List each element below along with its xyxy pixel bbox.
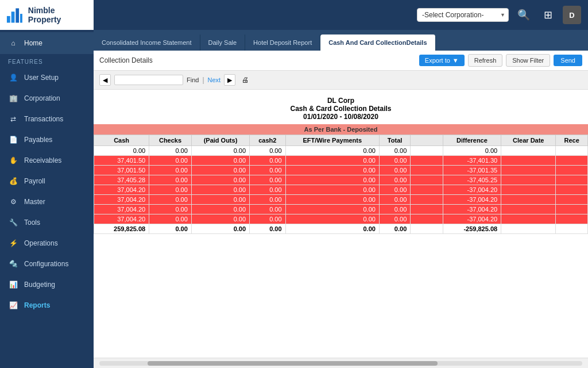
nav-label-payables: Payables xyxy=(24,136,52,144)
table-cell: 0.00 xyxy=(149,146,192,156)
table-cell xyxy=(556,195,588,205)
table-row: 37,405.280.000.000.000.000.00-37,405.25 xyxy=(94,175,588,185)
table-cell: 0.00 xyxy=(149,166,192,175)
table-cell xyxy=(411,156,443,166)
table-cell: 0.00 xyxy=(285,166,379,175)
nav-prev-button[interactable]: ◀ xyxy=(99,74,111,86)
payables-icon: 📄 xyxy=(8,135,18,145)
sidebar-item-tools[interactable]: 🔧 Tools xyxy=(0,212,94,233)
sidebar-item-receivables[interactable]: ✋ Receivables xyxy=(0,150,94,171)
sidebar-item-master[interactable]: ⚙ Master xyxy=(0,191,94,212)
corp-select-wrapper[interactable]: -Select Corporation- xyxy=(417,8,509,22)
table-cell: 0.00 xyxy=(379,146,410,156)
total-cell xyxy=(411,224,443,234)
nav-next-icon-button[interactable]: ▶ xyxy=(224,74,235,86)
table-cell xyxy=(501,175,556,185)
total-cell xyxy=(501,224,556,234)
refresh-button[interactable]: Refresh xyxy=(468,54,503,67)
sidebar-item-user-setup[interactable]: 👤 User Setup xyxy=(0,67,94,88)
table-cell: 0.00 xyxy=(191,175,249,185)
sidebar-item-payroll[interactable]: 💰 Payroll xyxy=(0,171,94,191)
table-cell: 0.00 xyxy=(149,185,192,195)
table-cell: -37,001.35 xyxy=(443,166,501,175)
tab-income-statement[interactable]: Consolidated Income Statement xyxy=(94,34,200,51)
table-cell: 0.00 xyxy=(191,156,249,166)
col-header-eft: EFT/Wire Payments xyxy=(285,135,379,146)
table-cell: 0.00 xyxy=(250,205,285,214)
corp-select[interactable]: -Select Corporation- xyxy=(417,8,509,22)
table-cell xyxy=(501,146,556,156)
nav-label-configurations: Configurations xyxy=(24,260,68,268)
table-cell: 0.00 xyxy=(443,146,501,156)
sidebar-item-payables[interactable]: 📄 Payables xyxy=(0,129,94,150)
table-cell: 0.00 xyxy=(285,214,379,224)
col-header-cash: Cash xyxy=(94,135,149,146)
tab-cash-card[interactable]: Cash And Card CollectionDetails xyxy=(320,34,435,51)
svg-rect-1 xyxy=(11,12,15,22)
table-cell: 0.00 xyxy=(285,205,379,214)
table-cell: 0.00 xyxy=(379,166,410,175)
table-cell xyxy=(501,185,556,195)
table-cell: 0.00 xyxy=(285,185,379,195)
svg-rect-0 xyxy=(7,16,10,23)
tab-hotel-deposit[interactable]: Hotel Deposit Report xyxy=(245,34,320,51)
find-label: Find xyxy=(187,76,199,83)
hscroll-thumb[interactable] xyxy=(148,361,438,366)
sidebar-item-reports[interactable]: 📈 Reports xyxy=(0,295,94,316)
nav-label-payroll: Payroll xyxy=(24,177,45,185)
table-cell xyxy=(411,195,443,205)
print-icon[interactable]: 🖨 xyxy=(239,74,252,86)
total-cell: 0.00 xyxy=(285,224,379,234)
grid-icon-btn[interactable]: ⊞ xyxy=(539,6,557,24)
table-cell xyxy=(556,185,588,195)
toolbar-left: Collection Details xyxy=(99,56,153,64)
table-cell: 0.00 xyxy=(191,214,249,224)
tab-daily-sale[interactable]: Daily Sale xyxy=(200,34,246,51)
table-cell xyxy=(411,166,443,175)
budget-icon: 📊 xyxy=(8,279,18,290)
table-cell: 0.00 xyxy=(250,146,285,156)
table-cell: 0.00 xyxy=(250,185,285,195)
user-avatar[interactable]: D xyxy=(563,6,581,24)
hscroll-track[interactable] xyxy=(99,361,582,366)
sidebar-item-transactions[interactable]: ⇄ Transactions xyxy=(0,109,94,129)
search-input[interactable] xyxy=(114,75,183,85)
nav-label-master: Master xyxy=(24,198,45,206)
next-button[interactable]: Next xyxy=(208,76,221,83)
nav-label-receivables: Receivables xyxy=(24,156,61,164)
table-cell: 0.00 xyxy=(379,175,410,185)
table-cell xyxy=(501,195,556,205)
sidebar-item-corporation[interactable]: 🏢 Corporation xyxy=(0,88,94,109)
sidebar-item-budgeting[interactable]: 📊 Budgeting xyxy=(0,274,94,295)
table-cell xyxy=(501,205,556,214)
table-cell xyxy=(501,166,556,175)
col-header-rece: Rece xyxy=(556,135,588,146)
table-cell: 0.00 xyxy=(250,175,285,185)
user-icon: 👤 xyxy=(8,72,18,83)
sidebar: Nimble Property ⌂ Home FEATURES 👤 User S… xyxy=(0,0,94,368)
export-button[interactable]: Export to ▼ xyxy=(419,55,465,66)
show-filter-button[interactable]: Show Filter xyxy=(506,54,550,67)
sidebar-home-label: Home xyxy=(24,39,42,47)
data-table: Cash Checks (Paid Outs) cash2 EFT/Wire P… xyxy=(94,135,588,234)
hscroll-area[interactable] xyxy=(94,358,588,368)
total-cell: 0.00 xyxy=(379,224,410,234)
sidebar-nav: ⌂ Home FEATURES 👤 User Setup 🏢 Corporati… xyxy=(0,30,94,368)
sidebar-item-home[interactable]: ⌂ Home xyxy=(0,32,94,54)
table-cell xyxy=(556,214,588,224)
table-cell xyxy=(556,156,588,166)
table-cell: 0.00 xyxy=(250,195,285,205)
toolbar: Collection Details Export to ▼ Refresh S… xyxy=(94,51,588,71)
building-icon: 🏢 xyxy=(8,93,18,103)
table-cell xyxy=(501,214,556,224)
sidebar-item-operations[interactable]: ⚡ Operations xyxy=(0,233,94,254)
table-cell: 0.00 xyxy=(191,166,249,175)
table-cell: -37,004.20 xyxy=(443,205,501,214)
search-icon-btn[interactable]: 🔍 xyxy=(514,6,533,24)
send-button[interactable]: Send xyxy=(554,55,582,66)
table-cell xyxy=(501,156,556,166)
table-cell: 0.00 xyxy=(379,195,410,205)
payroll-icon: 💰 xyxy=(8,176,18,186)
sidebar-item-configurations[interactable]: 🔩 Configurations xyxy=(0,254,94,274)
page-subtitle: Collection Details xyxy=(99,56,153,64)
